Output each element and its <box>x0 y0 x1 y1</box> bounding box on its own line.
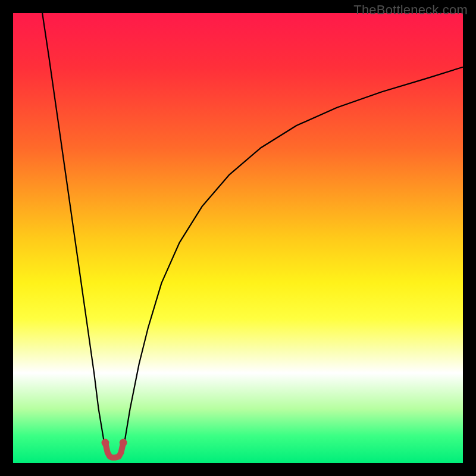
plot-area <box>13 13 463 463</box>
watermark-text: TheBottleneck.com <box>353 2 468 18</box>
gradient-background <box>13 13 463 463</box>
chart-svg <box>13 13 463 463</box>
valley-endpoint-0 <box>101 439 109 446</box>
valley-endpoint-1 <box>120 439 127 446</box>
chart-frame: TheBottleneck.com <box>0 0 476 476</box>
